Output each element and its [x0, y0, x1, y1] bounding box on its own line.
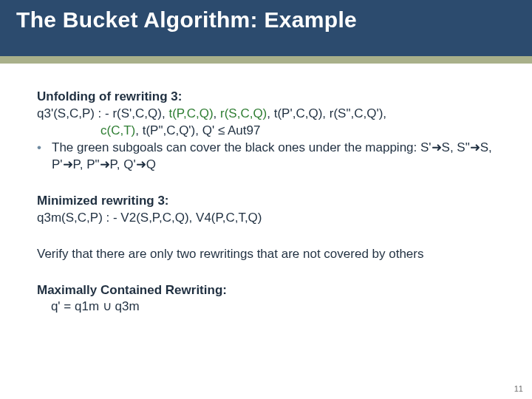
minimized-heading: Minimized rewriting 3:	[37, 193, 502, 210]
bullet-icon: •	[37, 140, 52, 174]
arrow-icon: ➜	[136, 157, 146, 171]
map-f: Q	[146, 157, 156, 171]
title-band: The Bucket Algorithm: Example	[0, 0, 532, 56]
block-verify: Verify that there are only two rewriting…	[37, 246, 502, 263]
block-unfolding: Unfolding of rewriting 3: q3'(S,C,P) : -…	[37, 89, 502, 174]
unfolding-heading: Unfolding of rewriting 3:	[37, 89, 502, 106]
arrow-icon: ➜	[100, 157, 110, 171]
verify-line: Verify that there are only two rewriting…	[37, 246, 502, 263]
arrow-icon: ➜	[63, 157, 73, 171]
bullet-row: • The green subgoals can cover the black…	[37, 140, 502, 174]
block-max-contained: Maximally Contained Rewriting: q' = q1m …	[37, 282, 502, 316]
l2-green-3: c(C,T)	[100, 123, 135, 137]
l1-lead: q3'(S,C,P) : - r(S',C,Q),	[37, 106, 168, 120]
l1-green-1: t(P,C,Q)	[168, 106, 213, 120]
bullet-text: The green subgoals can cover the black o…	[52, 140, 502, 174]
block-minimized: Minimized rewriting 3: q3m(S,C,P) : - V2…	[37, 193, 502, 227]
map-b: S, S"	[442, 140, 470, 154]
l1-green-2: r(S,C,Q)	[220, 106, 267, 120]
minimized-line: q3m(S,C,P) : - V2(S,P,C,Q), V4(P,C,T,Q)	[37, 210, 502, 227]
l1-mid1: ,	[214, 106, 220, 120]
unfolding-line-1: q3'(S,C,P) : - r(S',C,Q), t(P,C,Q), r(S,…	[37, 106, 502, 123]
slide: The Bucket Algorithm: Example Unfolding …	[0, 0, 532, 399]
arrow-icon: ➜	[470, 140, 480, 154]
unfolding-line-2: c(C,T), t(P",C,Q'), Q' ≤ Aut97	[37, 123, 502, 140]
max-line: q' = q1m ∪ q3m	[37, 299, 502, 316]
page-number: 11	[514, 384, 523, 393]
l1-mid2: , t(P',C,Q), r(S",C,Q'),	[267, 106, 386, 120]
map-d: P, P"	[73, 157, 100, 171]
arrow-icon: ➜	[432, 140, 442, 154]
max-heading: Maximally Contained Rewriting:	[37, 282, 502, 299]
title-divider	[0, 56, 532, 64]
slide-body: Unfolding of rewriting 3: q3'(S,C,P) : -…	[0, 64, 532, 316]
map-e: P, Q'	[110, 157, 136, 171]
map-a: The green subgoals can cover the black o…	[52, 140, 432, 154]
l2-tail: , t(P",C,Q'), Q' ≤ Aut97	[135, 123, 260, 137]
slide-title: The Bucket Algorithm: Example	[16, 7, 516, 33]
